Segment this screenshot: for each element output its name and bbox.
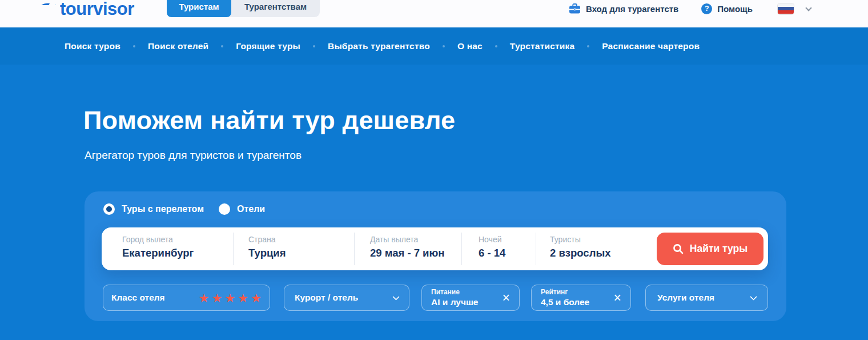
filter-text: Рейтинг 4,5 и более — [541, 288, 589, 307]
main-nav: Поиск туров Поиск отелей Горящие туры Вы… — [0, 27, 868, 65]
page-title: Поможем найти тур дешевле — [83, 106, 455, 135]
chevron-down-icon — [750, 293, 757, 301]
chevron-down-icon[interactable] — [805, 5, 811, 11]
close-icon[interactable]: × — [614, 292, 621, 303]
hotel-class-filter[interactable]: Класс отеля ★ ★ ★ ★ ★ — [103, 285, 270, 311]
star-rating: ★ ★ ★ ★ ★ — [199, 292, 262, 304]
radio-label: Туры с перелетом — [122, 204, 204, 214]
tab-tourists[interactable]: Туристам — [167, 0, 231, 17]
field-value: Турция — [248, 247, 286, 259]
star-icon: ★ — [238, 292, 248, 304]
field-value: 29 мая - 7 июн — [370, 247, 444, 259]
filter-label: Рейтинг — [541, 288, 589, 296]
plane-icon — [36, 0, 59, 5]
field-label: Даты вылета — [370, 235, 444, 244]
tourists-field[interactable]: Туристы 2 взрослых — [550, 235, 610, 259]
star-icon: ★ — [199, 292, 210, 304]
radio-unselected-icon — [219, 203, 230, 215]
audience-tabs: Туристам Турагентствам — [167, 0, 320, 17]
filter-value: 4,5 и более — [541, 297, 589, 307]
nav-separator-dot — [443, 45, 445, 47]
radio-tours-with-flight[interactable]: Туры с перелетом — [103, 203, 204, 215]
logo[interactable]: tourvisor — [60, 0, 134, 19]
star-icon: ★ — [212, 292, 223, 304]
search-icon — [673, 243, 684, 254]
field-divider — [233, 233, 234, 265]
search-bar: Город вылета Екатеринбург Страна Турция … — [102, 227, 768, 270]
page-subtitle: Агрегатор туров для туристов и турагенто… — [85, 149, 302, 162]
nav-item-choose-agency[interactable]: Выбрать турагентство — [328, 41, 430, 51]
agent-login-label: Вход для турагентств — [586, 4, 678, 14]
nav-item-hot-tours[interactable]: Горящие туры — [236, 41, 300, 51]
search-mode-radios: Туры с перелетом Отели — [103, 203, 265, 215]
field-value: Екатеринбург — [122, 247, 194, 259]
nav-item-hotel-search[interactable]: Поиск отелей — [148, 41, 208, 51]
filter-text: Питание AI и лучше — [431, 288, 478, 307]
nav-item-about[interactable]: О нас — [457, 41, 483, 51]
help-label: Помощь — [717, 4, 753, 14]
field-value: 6 - 14 — [479, 247, 505, 259]
departure-city-field[interactable]: Город вылета Екатеринбург — [122, 235, 194, 259]
resort-hotel-filter[interactable]: Курорт / отель — [284, 285, 409, 311]
departure-dates-field[interactable]: Даты вылета 29 мая - 7 июн — [370, 235, 444, 259]
nav-item-charter-schedule[interactable]: Расписание чартеров — [602, 41, 700, 51]
chevron-down-icon — [392, 293, 400, 301]
radio-label: Отели — [237, 204, 265, 214]
question-circle-icon: ? — [701, 3, 712, 14]
nav-separator-dot — [313, 45, 315, 47]
field-label: Город вылета — [122, 235, 194, 244]
nav-separator-dot — [133, 45, 135, 47]
tourvisor-homepage: tourvisor Туристам Турагентствам Вход дл… — [0, 0, 868, 340]
top-header: tourvisor Туристам Турагентствам Вход дл… — [0, 0, 868, 27]
close-icon[interactable]: × — [503, 292, 510, 303]
header-right: Вход для турагентств ? Помощь — [569, 0, 811, 17]
nav-separator-dot — [495, 45, 497, 47]
field-label: Ночей — [479, 235, 505, 244]
meal-filter[interactable]: Питание AI и лучше × — [421, 285, 520, 311]
search-panel: Туры с перелетом Отели Город вылета Екат… — [85, 191, 786, 321]
rating-filter[interactable]: Рейтинг 4,5 и более × — [531, 285, 631, 311]
nav-separator-dot — [221, 45, 223, 47]
nights-field[interactable]: Ночей 6 - 14 — [479, 235, 505, 259]
nav-separator-dot — [587, 45, 589, 47]
hero-section: Поможем найти тур дешевле Агрегатор туро… — [0, 65, 868, 340]
star-icon: ★ — [225, 292, 236, 304]
field-label: Страна — [248, 235, 286, 244]
russia-flag-icon[interactable] — [778, 3, 794, 14]
nav-item-tour-statistics[interactable]: Турстатистика — [510, 41, 574, 51]
filter-label: Курорт / отель — [295, 293, 358, 303]
star-icon: ★ — [251, 292, 262, 304]
field-divider — [536, 233, 536, 265]
find-tours-label: Найти туры — [690, 243, 748, 255]
briefcase-icon — [569, 3, 581, 14]
field-label: Туристы — [550, 235, 610, 244]
field-divider — [461, 233, 462, 265]
filter-value: AI и лучше — [431, 297, 478, 307]
help-link[interactable]: ? Помощь — [701, 3, 753, 14]
filter-label: Питание — [431, 288, 478, 296]
field-value: 2 взрослых — [550, 247, 610, 259]
hotel-services-filter[interactable]: Услуги отеля — [645, 285, 768, 311]
country-field[interactable]: Страна Турция — [248, 235, 286, 259]
tab-travel-agencies[interactable]: Турагентствам — [231, 0, 320, 17]
agent-login-link[interactable]: Вход для турагентств — [569, 3, 678, 14]
field-divider — [354, 233, 355, 265]
radio-selected-icon — [103, 203, 115, 215]
radio-hotels[interactable]: Отели — [219, 203, 265, 215]
filter-label: Услуги отеля — [657, 293, 714, 303]
find-tours-button[interactable]: Найти туры — [657, 233, 763, 265]
filter-label: Класс отеля — [111, 293, 165, 303]
nav-item-tour-search[interactable]: Поиск туров — [65, 41, 120, 51]
